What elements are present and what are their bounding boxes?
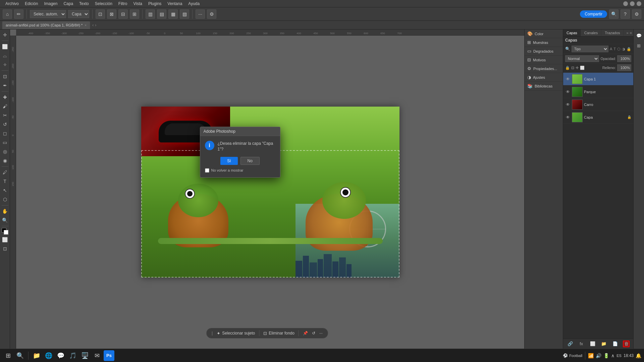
shape-tool[interactable]: ⬡ xyxy=(1,195,9,203)
path-select-tool[interactable]: ↖ xyxy=(1,186,9,194)
align-center-btn[interactable]: ⊠ xyxy=(107,9,116,19)
type-tool[interactable]: T xyxy=(1,177,9,185)
taskbar-chat-btn[interactable]: 💬 xyxy=(55,350,66,361)
taskbar-screen-btn[interactable]: 🖥️ xyxy=(79,350,90,361)
close-btn[interactable] xyxy=(637,1,641,6)
taskbar-mail-btn[interactable]: ✉ xyxy=(92,350,102,361)
link-layers-btn[interactable]: 🔗 xyxy=(567,341,574,347)
right-icon-layers[interactable]: ⊞ xyxy=(635,42,643,50)
dialog-no-button[interactable]: No xyxy=(240,157,260,165)
taskbar-search-btn[interactable]: 🔍 xyxy=(15,350,25,361)
menu-texto[interactable]: Texto xyxy=(76,1,92,7)
help-btn[interactable]: ? xyxy=(621,9,630,19)
blend-mode-select[interactable]: Normal xyxy=(565,55,599,62)
dialog-yes-button[interactable]: Sí xyxy=(220,157,237,165)
quick-mask-tool[interactable]: ⬜ xyxy=(1,236,9,244)
brush-tool[interactable]: ✏ xyxy=(14,9,23,19)
layer-item-parque[interactable]: 👁 Parque xyxy=(563,85,633,98)
swatches-panel-row[interactable]: ⊞ Muestras xyxy=(525,38,563,47)
menu-seleccion[interactable]: Selección xyxy=(92,1,115,7)
layer-visibility-capa1[interactable]: 👁 xyxy=(565,77,571,81)
lasso-tool[interactable]: ⌓ xyxy=(1,52,9,60)
select-rect-tool[interactable]: ⬜ xyxy=(1,43,9,51)
search-btn[interactable]: 🔍 xyxy=(609,9,619,19)
windows-start-btn[interactable]: ⊞ xyxy=(3,350,13,361)
color-panel-row[interactable]: 🎨 Color xyxy=(525,29,563,38)
canvas-content[interactable]: Adobe Photoshop i ¿Desea eliminar la cap… xyxy=(16,36,524,349)
layer-item-carro[interactable]: 👁 Carro xyxy=(563,98,633,111)
menu-archivo[interactable]: Archivo xyxy=(3,1,21,7)
right-icon-chat[interactable]: 💬 xyxy=(635,32,643,40)
gear-btn[interactable]: ⚙ xyxy=(207,9,216,19)
patterns-panel-row[interactable]: ⊟ Motivos xyxy=(525,56,563,64)
gradient-tool[interactable]: ▭ xyxy=(1,138,9,146)
layer-item-capa[interactable]: 👁 Capa 🔒 xyxy=(563,111,633,124)
menu-plugins[interactable]: Plugins xyxy=(146,1,164,7)
home-button[interactable]: ⌂ xyxy=(3,9,12,19)
active-tab[interactable]: animali-anfibii.psd al 100% (Capa 1, RGB… xyxy=(2,21,90,29)
crop-tool[interactable]: ⊡ xyxy=(1,72,9,80)
fill-input[interactable] xyxy=(617,64,631,71)
share-button[interactable]: Compartir xyxy=(580,10,607,18)
foreground-color[interactable] xyxy=(2,228,8,235)
history-brush[interactable]: ↺ xyxy=(1,120,9,128)
layer-visibility-capa[interactable]: 👁 xyxy=(565,115,571,120)
tab-chevron-right[interactable]: › xyxy=(95,23,96,27)
menu-capa[interactable]: Capa xyxy=(61,1,76,7)
layer-item-capa1[interactable]: 👁 Capa 1 xyxy=(563,73,633,85)
distribute-btn[interactable]: ▥ xyxy=(146,9,155,19)
settings-btn[interactable]: ⚙ xyxy=(632,9,641,19)
pen-tool[interactable]: 🖊 xyxy=(1,168,9,176)
zoom-tool[interactable]: 🔍 xyxy=(1,216,9,224)
screen-mode-tool[interactable]: ⊡ xyxy=(1,245,9,253)
remove-background-btn[interactable]: ⊡ Eliminar fondo xyxy=(263,331,294,336)
volume-icon[interactable]: 🔊 xyxy=(596,353,601,358)
menu-ayuda[interactable]: Ayuda xyxy=(185,1,202,7)
move-tool[interactable]: ✛ xyxy=(1,31,9,39)
no-show-checkbox[interactable] xyxy=(205,168,209,173)
distribute3-btn[interactable]: ▦ xyxy=(168,9,178,19)
menu-imagen[interactable]: Imagen xyxy=(41,1,60,7)
add-mask-btn[interactable]: ⬜ xyxy=(589,341,596,347)
menu-edicion[interactable]: Edición xyxy=(22,1,41,7)
minimize-btn[interactable] xyxy=(623,1,628,6)
blur-tool[interactable]: ◎ xyxy=(1,147,9,156)
hand-tool[interactable]: ✋ xyxy=(1,207,9,215)
taskbar-ps-btn[interactable]: Ps xyxy=(104,350,114,361)
distribute2-btn[interactable]: ▤ xyxy=(157,9,166,19)
properties-panel-row[interactable]: ⚙ Propiedades... xyxy=(525,64,563,73)
ctx-pin-btn[interactable]: 📌 xyxy=(303,331,308,336)
ctx-refresh-btn[interactable]: ↺ xyxy=(312,331,315,336)
up-arrow-icon[interactable]: ∧ xyxy=(611,353,614,358)
taskbar-music-btn[interactable]: 🎵 xyxy=(67,350,78,361)
tab-channels[interactable]: Canales xyxy=(581,29,601,36)
add-fx-btn[interactable]: fx xyxy=(578,341,585,347)
gradients-panel-row[interactable]: ▭ Degradados xyxy=(525,47,563,56)
eyedropper-tool[interactable]: ✒ xyxy=(1,81,9,89)
more-options-btn[interactable]: ··· xyxy=(196,9,205,19)
quick-select-tool[interactable]: ✧ xyxy=(1,61,9,69)
menu-filtro[interactable]: Filtro xyxy=(116,1,130,7)
new-layer-btn[interactable]: 📄 xyxy=(612,341,619,347)
dodge-tool[interactable]: ◉ xyxy=(1,157,9,165)
clone-tool[interactable]: ✂ xyxy=(1,111,9,119)
tab-chevron-left[interactable]: ‹ xyxy=(92,23,94,27)
adjustments-panel-row[interactable]: ◑ Ajustes xyxy=(525,73,563,82)
tab-paths[interactable]: Trazados xyxy=(601,29,624,36)
brush-tool-l[interactable]: 🖌 xyxy=(1,102,9,110)
layers-panel-expand[interactable]: » xyxy=(626,31,628,35)
libraries-panel-row[interactable]: 📚 Bibliotecas xyxy=(525,82,563,90)
menu-vista[interactable]: Vista xyxy=(130,1,145,7)
taskbar-explorer-btn[interactable]: 📁 xyxy=(31,350,42,361)
layer-dropdown[interactable]: Capa xyxy=(68,10,89,18)
tab-close-btn[interactable]: × xyxy=(85,23,87,27)
layers-panel-menu[interactable]: ≡ xyxy=(630,31,632,35)
layer-visibility-parque[interactable]: 👁 xyxy=(565,89,571,94)
tab-layers[interactable]: Capas xyxy=(563,29,581,36)
eraser-tool[interactable]: ◻ xyxy=(1,129,9,137)
ctx-more-btn[interactable]: ··· xyxy=(319,331,323,336)
network-icon[interactable]: 📶 xyxy=(588,353,594,358)
align-right-btn[interactable]: ⊟ xyxy=(118,9,128,19)
opacity-input[interactable] xyxy=(617,55,631,62)
distribute4-btn[interactable]: ▧ xyxy=(180,9,189,19)
